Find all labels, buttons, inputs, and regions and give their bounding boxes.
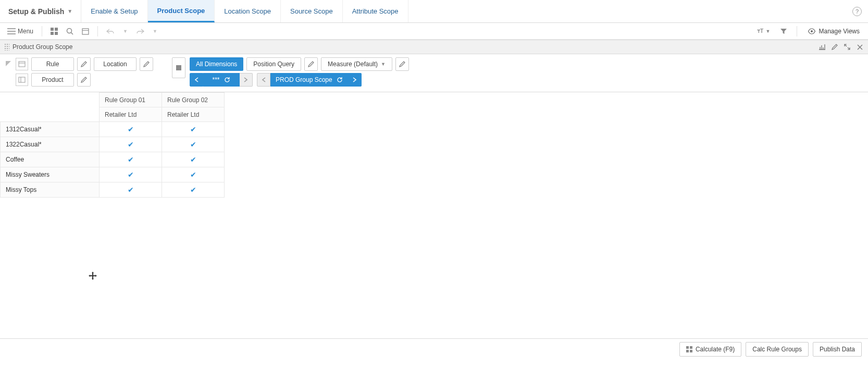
drag-grip-icon[interactable]	[4, 43, 9, 51]
edit-position-query-button[interactable]	[304, 57, 318, 71]
svg-rect-1	[55, 28, 58, 31]
column-group-header[interactable]: Rule Group 01	[100, 93, 162, 107]
location-dimension-button[interactable]: Location	[94, 57, 137, 71]
dimension-controls: Rule Location Product All Dim	[0, 54, 868, 92]
checkbox-cell[interactable]: ✔	[100, 167, 162, 182]
all-dimensions-button[interactable]: All Dimensions	[190, 57, 243, 71]
checkbox-cell[interactable]: ✔	[162, 122, 225, 137]
refresh-icon	[337, 77, 343, 83]
menu-label: Menu	[18, 28, 33, 35]
checkbox-cell[interactable]: ✔	[100, 152, 162, 167]
position-query-button[interactable]: Position Query	[246, 57, 301, 71]
pager-scope-label[interactable]: PROD Group Scope	[270, 73, 349, 87]
caret-down-icon: ▼	[381, 62, 386, 67]
table-row: Missy Tops✔✔	[1, 182, 225, 198]
checkbox-cell[interactable]: ✔	[100, 182, 162, 198]
calculate-button[interactable]: Calculate (F9)	[679, 342, 741, 357]
dim-label: Measure (Default)	[328, 60, 378, 68]
grid-layout-icon[interactable]	[47, 26, 61, 37]
filter-icon[interactable]	[777, 26, 790, 37]
undo-dropdown-caret-icon[interactable]: ▼	[120, 27, 131, 36]
pager-dots-label[interactable]: ***	[203, 73, 240, 87]
row-header[interactable]: 1322Casual*	[1, 137, 100, 152]
check-icon: ✔	[190, 125, 196, 133]
edit-location-button[interactable]	[140, 57, 153, 71]
row-header[interactable]: Missy Sweaters	[1, 167, 100, 182]
tab-enable-setup[interactable]: Enable & Setup	[81, 0, 147, 22]
refresh-icon	[224, 77, 230, 83]
checkbox-cell[interactable]: ✔	[162, 182, 225, 198]
help-icon[interactable]: ?	[852, 7, 862, 16]
check-icon: ✔	[190, 140, 196, 149]
tab-label: Location Scope	[224, 7, 271, 15]
collapse-triangle-icon[interactable]	[5, 60, 13, 68]
button-label: Publish Data	[820, 346, 855, 353]
checkbox-cell[interactable]: ✔	[162, 167, 225, 182]
rule-dimension-button[interactable]: Rule	[31, 57, 74, 71]
product-dimension-button[interactable]: Product	[31, 73, 74, 87]
pager-scope-prev-button[interactable]	[257, 73, 270, 87]
check-icon: ✔	[190, 155, 196, 164]
column-group-header[interactable]: Rule Group 02	[162, 93, 225, 107]
checkbox-cell[interactable]: ✔	[162, 152, 225, 167]
pager-scope-next-button[interactable]	[349, 73, 362, 87]
check-icon: ✔	[128, 170, 134, 179]
measure-dropdown[interactable]: Measure (Default) ▼	[321, 57, 392, 71]
check-icon: ✔	[190, 186, 196, 194]
redo-icon[interactable]	[133, 26, 147, 36]
svg-rect-15	[686, 350, 689, 352]
check-icon: ✔	[128, 140, 134, 149]
edit-icon[interactable]	[830, 43, 839, 51]
pager-prev-button[interactable]	[190, 73, 203, 87]
svg-line-5	[71, 32, 73, 34]
publish-data-button[interactable]: Publish Data	[813, 342, 862, 357]
svg-rect-6	[82, 29, 89, 34]
checkbox-cell[interactable]: ✔	[100, 122, 162, 137]
row-header[interactable]: Missy Tops	[1, 182, 100, 198]
checkbox-cell[interactable]: ✔	[162, 137, 225, 152]
checkbox-cell[interactable]: ✔	[100, 137, 162, 152]
row-header[interactable]: 1312Casual*	[1, 122, 100, 137]
svg-rect-16	[690, 350, 692, 352]
tab-attribute-scope[interactable]: Attribute Scope	[343, 0, 408, 22]
check-icon: ✔	[128, 186, 134, 194]
dim-label: All Dimensions	[196, 60, 237, 68]
pager-next-button[interactable]	[240, 73, 253, 87]
svg-rect-0	[51, 28, 54, 31]
redo-dropdown-caret-icon[interactable]: ▼	[150, 27, 160, 36]
tab-label: Attribute Scope	[352, 7, 399, 15]
edit-product-button[interactable]	[77, 73, 91, 87]
dim-right: All Dimensions Position Query Measure (D…	[167, 54, 868, 92]
setup-publish-dropdown[interactable]: Setup & Publish ▼	[0, 0, 81, 22]
footer: Calculate (F9) Calc Rule Groups Publish …	[0, 338, 868, 359]
edit-rule-button[interactable]	[77, 57, 91, 71]
svg-rect-11	[19, 77, 25, 82]
row-selector-icon[interactable]	[16, 58, 28, 70]
setup-publish-label: Setup & Publish	[8, 7, 64, 16]
menu-button[interactable]: Menu	[4, 26, 36, 37]
edit-measure-button[interactable]	[395, 57, 409, 71]
close-icon[interactable]	[855, 43, 864, 51]
column-sub-header[interactable]: Retailer Ltd	[100, 107, 162, 122]
column-selector-icon[interactable]	[16, 74, 28, 86]
tab-source-scope[interactable]: Source Scope	[281, 0, 343, 22]
undo-icon[interactable]	[103, 26, 118, 36]
tab-product-scope[interactable]: Product Scope	[148, 0, 215, 22]
separator	[97, 26, 98, 36]
page-selector-icon[interactable]	[172, 57, 185, 78]
calc-rule-groups-button[interactable]: Calc Rule Groups	[746, 342, 809, 357]
empty-space	[0, 198, 868, 338]
calendar-icon[interactable]	[79, 26, 92, 37]
grid-icon	[686, 346, 692, 352]
check-icon: ✔	[128, 125, 134, 133]
panel-title: Product Group Scope	[13, 43, 72, 51]
column-sub-header[interactable]: Retailer Ltd	[162, 107, 225, 122]
text-size-icon[interactable]: ᴛT▼	[754, 26, 774, 36]
search-icon[interactable]	[63, 26, 77, 37]
svg-rect-2	[51, 32, 54, 35]
chart-icon[interactable]	[818, 43, 826, 51]
expand-icon[interactable]	[843, 43, 851, 51]
tab-location-scope[interactable]: Location Scope	[215, 0, 281, 22]
row-header[interactable]: Coffee	[1, 152, 100, 167]
manage-views-button[interactable]: Manage Views	[803, 26, 864, 37]
